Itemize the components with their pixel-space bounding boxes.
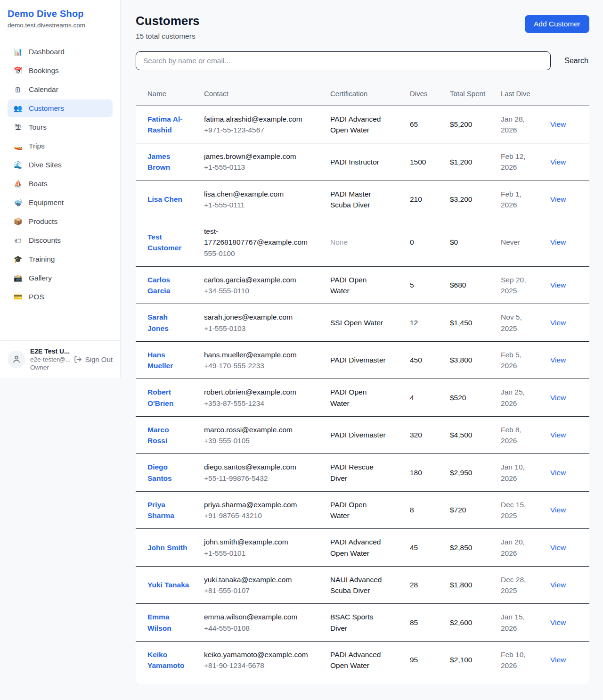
customer-email: james.brown@example.com	[204, 151, 307, 162]
view-customer-link[interactable]: View	[550, 238, 566, 246]
view-customer-link[interactable]: View	[550, 544, 566, 552]
customer-contact-cell: marco.rossi@example.com+39-555-0105	[204, 416, 330, 454]
view-customer-link[interactable]: View	[550, 431, 566, 439]
sidebar-item-tours[interactable]: 🏝Tours	[8, 118, 113, 136]
customer-total-spent: $680	[450, 266, 501, 304]
table-row: Test Customertest-1772681807767@example.…	[136, 218, 589, 267]
view-customer-link[interactable]: View	[550, 120, 566, 128]
view-customer-link[interactable]: View	[550, 581, 566, 589]
customer-phone: +971-55-123-4567	[204, 124, 307, 135]
customer-email: keiko.yamamoto@example.com	[204, 649, 307, 660]
customer-dives: 450	[410, 341, 450, 379]
view-customer-link[interactable]: View	[550, 281, 566, 289]
page-header: Customers 15 total customers Add Custome…	[136, 14, 589, 41]
customer-email: emma.wilson@example.com	[204, 611, 307, 622]
customer-name-link[interactable]: John Smith	[147, 544, 187, 552]
customer-action-cell: View	[550, 304, 589, 342]
view-customer-link[interactable]: View	[550, 356, 566, 364]
customer-name-link[interactable]: Priya Sharma	[147, 501, 174, 519]
column-header-last-dive: Last Dive	[501, 82, 550, 106]
customer-name-link[interactable]: Yuki Tanaka	[147, 581, 189, 589]
sidebar-item-gallery[interactable]: 📸Gallery	[8, 269, 113, 287]
user-role: Owner	[30, 364, 69, 371]
sidebar-item-discounts[interactable]: 🏷Discounts	[8, 231, 113, 249]
customer-name-cell: Hans Mueller	[136, 341, 204, 379]
view-customer-link[interactable]: View	[550, 506, 566, 514]
customer-dives: 95	[410, 641, 450, 678]
customer-phone: +1-555-0111	[204, 199, 307, 210]
customer-phone: +91-98765-43210	[204, 510, 307, 521]
customer-email: hans.mueller@example.com	[204, 349, 307, 360]
customer-name-link[interactable]: Robert O'Brien	[147, 388, 173, 407]
calendar-icon: 📅	[13, 66, 23, 75]
sidebar-item-products[interactable]: 📦Products	[8, 213, 113, 231]
search-button[interactable]: Search	[563, 57, 589, 65]
view-customer-link[interactable]: View	[550, 319, 566, 327]
customer-dives: 4	[410, 379, 450, 417]
customer-action-cell: View	[550, 641, 589, 678]
sidebar-item-trips[interactable]: 🚤Trips	[8, 137, 113, 155]
customer-certification: PADI Rescue Diver	[330, 454, 410, 492]
customer-email: john.smith@example.com	[204, 536, 307, 547]
customer-name-link[interactable]: Sarah Jones	[147, 313, 169, 332]
customer-name-link[interactable]: Lisa Chen	[147, 195, 182, 203]
sign-out-button[interactable]: Sign Out	[74, 355, 113, 363]
customer-certification: PADI Advanced Open Water	[330, 529, 410, 567]
customer-name-link[interactable]: Test Customer	[147, 233, 181, 252]
customer-certification: NAUI Advanced Scuba Diver	[330, 566, 410, 604]
sidebar-item-dashboard[interactable]: 📊Dashboard	[8, 43, 113, 61]
customer-contact-cell: fatima.alrashid@example.com+971-55-123-4…	[204, 106, 330, 143]
customer-total-spent: $1,450	[450, 304, 501, 342]
customer-dives: 12	[410, 304, 450, 342]
customer-name-link[interactable]: James Brown	[147, 152, 170, 171]
customer-dives: 320	[410, 416, 450, 454]
sidebar-item-customers[interactable]: 👥Customers	[8, 99, 113, 117]
bar-chart-icon: 📊	[13, 48, 23, 56]
sidebar-item-pos[interactable]: 💳POS	[8, 288, 113, 306]
search-row: Search	[136, 51, 589, 70]
customer-name-link[interactable]: Marco Rossi	[147, 426, 169, 445]
add-customer-button[interactable]: Add Customer	[525, 15, 589, 33]
wave-icon: 🌊	[13, 161, 23, 169]
customer-certification: PADI Instructor	[330, 143, 410, 181]
customer-phone: +34-555-0110	[204, 285, 307, 296]
customer-name-link[interactable]: Hans Mueller	[147, 351, 173, 370]
customer-email: sarah.jones@example.com	[204, 312, 307, 322]
sidebar-item-dive-sites[interactable]: 🌊Dive Sites	[8, 156, 113, 174]
sidebar-item-label: Dashboard	[29, 48, 65, 56]
sidebar-item-equipment[interactable]: 🤿Equipment	[8, 194, 113, 212]
sidebar-item-training[interactable]: 🎓Training	[8, 250, 113, 268]
customer-name-link[interactable]: Keiko Yamamoto	[147, 651, 184, 669]
view-customer-link[interactable]: View	[550, 618, 566, 626]
customer-name-link[interactable]: Fatima Al-Rashid	[147, 115, 182, 134]
customer-total-spent: $4,500	[450, 416, 501, 454]
table-header: NameContactCertificationDivesTotal Spent…	[136, 82, 589, 106]
search-input[interactable]	[136, 51, 551, 70]
customer-name-link[interactable]: Emma Wilson	[147, 613, 171, 632]
customer-phone: +39-555-0105	[204, 435, 307, 446]
table-row: Sarah Jonessarah.jones@example.com+1-555…	[136, 304, 589, 342]
customer-contact-cell: sarah.jones@example.com+1-555-0103	[204, 304, 330, 342]
sidebar-item-calendar[interactable]: 🗓Calendar	[8, 81, 113, 99]
customer-total-spent: $720	[450, 491, 501, 529]
view-customer-link[interactable]: View	[550, 394, 566, 402]
view-customer-link[interactable]: View	[550, 195, 566, 203]
customer-name-cell: Priya Sharma	[136, 491, 204, 529]
sidebar-item-bookings[interactable]: 📅Bookings	[8, 62, 113, 80]
page-header-text: Customers 15 total customers	[136, 14, 200, 41]
brand: Demo Dive Shop demo.test.divestreams.com	[0, 0, 120, 36]
column-header-actions	[550, 82, 589, 106]
customers-table-card: NameContactCertificationDivesTotal Spent…	[136, 82, 589, 684]
view-customer-link[interactable]: View	[550, 469, 566, 477]
view-customer-link[interactable]: View	[550, 656, 566, 664]
person-icon	[12, 354, 21, 364]
customer-phone: +49-170-555-2233	[204, 360, 307, 371]
customer-dives: 5	[410, 266, 450, 304]
sidebar-item-boats[interactable]: ⛵Boats	[8, 175, 113, 193]
app-root: Demo Dive Shop demo.test.divestreams.com…	[0, 0, 603, 684]
customer-name-link[interactable]: Diego Santos	[147, 463, 172, 482]
customer-email: lisa.chen@example.com	[204, 189, 307, 199]
view-customer-link[interactable]: View	[550, 158, 566, 166]
table-row: Diego Santosdiego.santos@example.com+55-…	[136, 454, 589, 492]
customer-name-link[interactable]: Carlos Garcia	[147, 276, 170, 295]
